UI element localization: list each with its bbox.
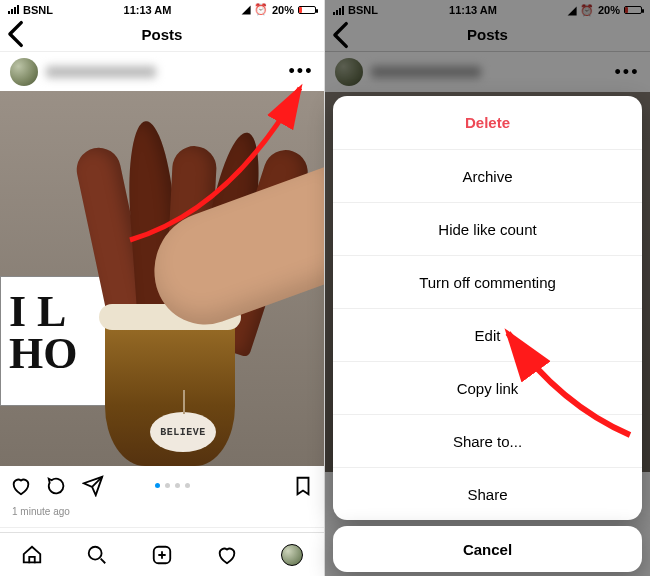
sheet-copy-link[interactable]: Copy link [333, 361, 642, 414]
tab-activity[interactable] [207, 535, 247, 575]
screenshot-left: BSNL 11:13 AM ◢ ⏰ 20% Posts ••• I L [0, 0, 325, 576]
sheet-hide-like-count[interactable]: Hide like count [333, 202, 642, 255]
battery-icon [298, 6, 316, 14]
page-title: Posts [0, 26, 324, 43]
action-sheet: Delete Archive Hide like count Turn off … [333, 96, 642, 520]
alarm-icon: ⏰ [254, 3, 268, 16]
comment-icon[interactable] [46, 475, 68, 497]
post-timestamp: 1 minute ago [0, 506, 324, 517]
sheet-delete[interactable]: Delete [333, 96, 642, 149]
location-icon: ◢ [242, 3, 250, 16]
post-more-button[interactable]: ••• [286, 57, 316, 87]
back-button[interactable] [0, 17, 34, 51]
screenshot-right: BSNL 11:13 AM ◢ ⏰ 20% Posts ••• hey_san1… [325, 0, 650, 576]
sheet-turn-off-commenting[interactable]: Turn off commenting [333, 255, 642, 308]
tab-new-post[interactable] [142, 535, 182, 575]
bookmark-icon[interactable] [292, 475, 314, 497]
bottom-tab-bar [0, 532, 324, 576]
username-blurred[interactable] [46, 66, 156, 78]
wall-sign: I L HO [0, 276, 115, 406]
sheet-cancel[interactable]: Cancel [333, 526, 642, 572]
nav-header: Posts [0, 18, 324, 52]
svg-point-0 [89, 546, 102, 559]
status-bar: BSNL 11:13 AM ◢ ⏰ 20% [0, 0, 324, 18]
jar-tag: BELIEVE [150, 412, 216, 452]
carrier-label: BSNL [23, 4, 53, 16]
carousel-dots [155, 483, 190, 488]
status-time: 11:13 AM [124, 4, 172, 16]
avatar[interactable] [10, 58, 38, 86]
tab-search[interactable] [77, 535, 117, 575]
like-icon[interactable] [10, 475, 32, 497]
signal-icon [8, 5, 19, 14]
battery-percent: 20% [272, 4, 294, 16]
post-action-bar [0, 466, 324, 505]
post-image[interactable]: I L HO BELIEVE [0, 91, 324, 466]
sheet-edit[interactable]: Edit [333, 308, 642, 361]
share-icon[interactable] [82, 475, 104, 497]
tab-profile[interactable] [272, 535, 312, 575]
sheet-share[interactable]: Share [333, 467, 642, 520]
tab-home[interactable] [12, 535, 52, 575]
post-header: ••• [0, 52, 324, 91]
sheet-archive[interactable]: Archive [333, 149, 642, 202]
sheet-share-to[interactable]: Share to... [333, 414, 642, 467]
